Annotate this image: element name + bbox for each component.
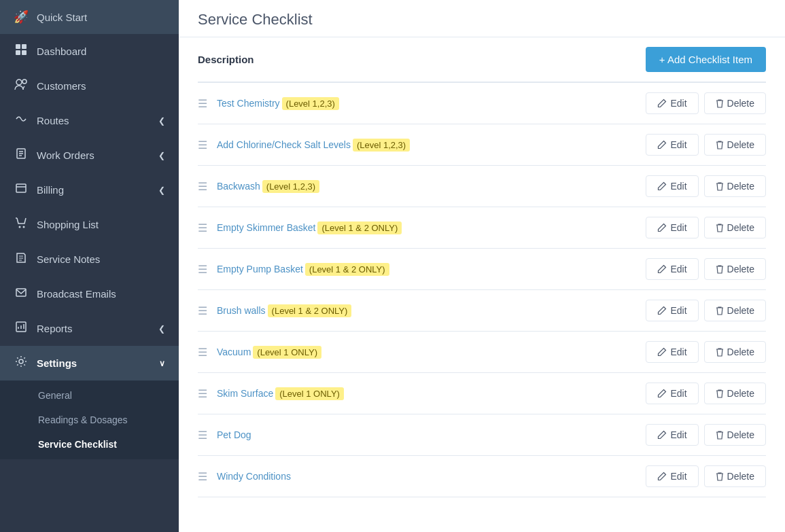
main-content: Service Checklist Description + Add Chec… [179, 0, 785, 532]
delete-button[interactable]: Delete [704, 175, 766, 197]
chevron-icon: ❮ [158, 116, 165, 126]
table-row: ☰Test Chemistry(Level 1,2,3) Edit Delete [198, 83, 766, 124]
sidebar-item-routes[interactable]: Routes ❮ [0, 103, 179, 138]
delete-button[interactable]: Delete [704, 424, 766, 446]
row-actions: Edit Delete [646, 92, 766, 114]
table-row: ☰Windy Conditions Edit Delete [198, 456, 766, 497]
edit-button[interactable]: Edit [646, 383, 698, 404]
table-header: Description + Add Checklist Item [198, 37, 766, 83]
table-row: ☰Backwash(Level 1,2,3) Edit Delete [198, 166, 766, 207]
delete-button[interactable]: Delete [704, 92, 766, 114]
svg-point-4 [16, 79, 22, 85]
drag-handle-icon[interactable]: ☰ [198, 429, 207, 442]
item-main-text: Add Chlorine/Check Salt Levels [217, 139, 351, 150]
item-label: Empty Skimmer Basket(Level 1 & 2 ONLY) [217, 222, 646, 233]
row-actions: Edit Delete [646, 465, 766, 487]
sidebar-item-label: Broadcast Emails [37, 288, 116, 300]
sidebar-item-label: Settings [37, 357, 77, 369]
drag-handle-icon[interactable]: ☰ [198, 387, 207, 400]
sidebar-item-settings[interactable]: Settings ∨ [0, 346, 179, 380]
sidebar-item-quick-start[interactable]: 🚀 Quick Start [0, 0, 179, 34]
sidebar-item-label: Routes [37, 115, 69, 126]
sidebar-item-label: Quick Start [37, 12, 87, 23]
edit-button[interactable]: Edit [646, 258, 698, 280]
sidebar-sub-item-general[interactable]: General [0, 383, 179, 408]
checklist-rows: ☰Test Chemistry(Level 1,2,3) Edit Delete… [198, 83, 766, 497]
drag-handle-icon[interactable]: ☰ [198, 304, 207, 317]
svg-rect-9 [16, 289, 26, 296]
item-main-text: Windy Conditions [217, 471, 291, 482]
sidebar-item-label: Shopping List [37, 219, 99, 230]
shopping-list-icon [14, 217, 29, 232]
sidebar-item-broadcast-emails[interactable]: Broadcast Emails [0, 277, 179, 311]
item-label: Add Chlorine/Check Salt Levels(Level 1,2… [217, 139, 646, 150]
drag-handle-icon[interactable]: ☰ [198, 180, 207, 193]
sidebar-item-customers[interactable]: Customers [0, 69, 179, 103]
edit-button[interactable]: Edit [646, 300, 698, 321]
sidebar-item-shopping-list[interactable]: Shopping List [0, 207, 179, 242]
drag-handle-icon[interactable]: ☰ [198, 97, 207, 110]
edit-button[interactable]: Edit [646, 424, 698, 446]
table-row: ☰Pet Dog Edit Delete [198, 414, 766, 456]
sub-item-label: General [38, 390, 72, 401]
edit-button[interactable]: Edit [646, 175, 698, 197]
sidebar-item-label: Reports [37, 323, 73, 334]
sidebar-item-billing[interactable]: Billing ❮ [0, 173, 179, 207]
svg-point-8 [23, 226, 25, 228]
edit-button[interactable]: Edit [646, 134, 698, 156]
sub-item-label: Readings & Dosages [38, 414, 128, 425]
table-row: ☰Skim Surface(Level 1 ONLY) Edit Delete [198, 373, 766, 414]
page-header: Service Checklist [179, 0, 785, 37]
table-row: ☰Vacuum(Level 1 ONLY) Edit Delete [198, 332, 766, 373]
item-label: Empty Pump Basket(Level 1 & 2 ONLY) [217, 264, 646, 274]
drag-handle-icon[interactable]: ☰ [198, 470, 207, 483]
customers-icon [14, 78, 29, 94]
item-level-badge: (Level 1 & 2 ONLY) [317, 221, 402, 234]
svg-rect-2 [16, 50, 20, 55]
row-actions: Edit Delete [646, 300, 766, 321]
item-level-badge: (Level 1 & 2 ONLY) [268, 304, 352, 317]
delete-button[interactable]: Delete [704, 134, 766, 156]
svg-point-7 [19, 226, 21, 228]
sidebar-item-reports[interactable]: Reports ❮ [0, 311, 179, 346]
drag-handle-icon[interactable]: ☰ [198, 221, 207, 234]
edit-button[interactable]: Edit [646, 341, 698, 363]
item-main-text: Test Chemistry [217, 98, 280, 109]
drag-handle-icon[interactable]: ☰ [198, 263, 207, 276]
row-actions: Edit Delete [646, 383, 766, 404]
svg-rect-3 [22, 50, 27, 55]
service-notes-icon [14, 251, 29, 267]
edit-button[interactable]: Edit [646, 92, 698, 114]
sub-item-label: Service Checklist [38, 439, 117, 450]
edit-button[interactable]: Edit [646, 217, 698, 238]
item-label: Backwash(Level 1,2,3) [217, 181, 646, 192]
drag-handle-icon[interactable]: ☰ [198, 139, 207, 152]
sidebar-sub-item-readings-dosages[interactable]: Readings & Dosages [0, 408, 179, 432]
item-label: Pet Dog [217, 429, 646, 440]
edit-button[interactable]: Edit [646, 465, 698, 487]
delete-button[interactable]: Delete [704, 300, 766, 321]
add-checklist-item-button[interactable]: + Add Checklist Item [646, 47, 766, 72]
item-main-text: Brush walls [217, 305, 266, 316]
sidebar-sub-item-service-checklist[interactable]: Service Checklist [0, 432, 179, 457]
item-level-badge: (Level 1 ONLY) [275, 387, 344, 400]
svg-point-5 [22, 79, 27, 84]
delete-button[interactable]: Delete [704, 217, 766, 238]
delete-button[interactable]: Delete [704, 465, 766, 487]
delete-button[interactable]: Delete [704, 258, 766, 280]
table-row: ☰Add Chlorine/Check Salt Levels(Level 1,… [198, 124, 766, 166]
delete-button[interactable]: Delete [704, 383, 766, 404]
item-level-badge: (Level 1,2,3) [353, 139, 410, 152]
item-level-badge: (Level 1,2,3) [262, 180, 319, 193]
sidebar-item-service-notes[interactable]: Service Notes [0, 242, 179, 277]
chevron-down-icon: ∨ [159, 359, 165, 368]
delete-button[interactable]: Delete [704, 341, 766, 363]
drag-handle-icon[interactable]: ☰ [198, 346, 207, 359]
routes-icon [14, 113, 29, 128]
sidebar-item-label: Billing [37, 184, 64, 196]
item-label: Test Chemistry(Level 1,2,3) [217, 98, 646, 109]
sidebar-item-work-orders[interactable]: Work Orders ❮ [0, 138, 179, 173]
sidebar-item-label: Dashboard [37, 46, 86, 57]
sidebar-item-dashboard[interactable]: Dashboard [0, 34, 179, 69]
dashboard-icon [14, 43, 29, 59]
